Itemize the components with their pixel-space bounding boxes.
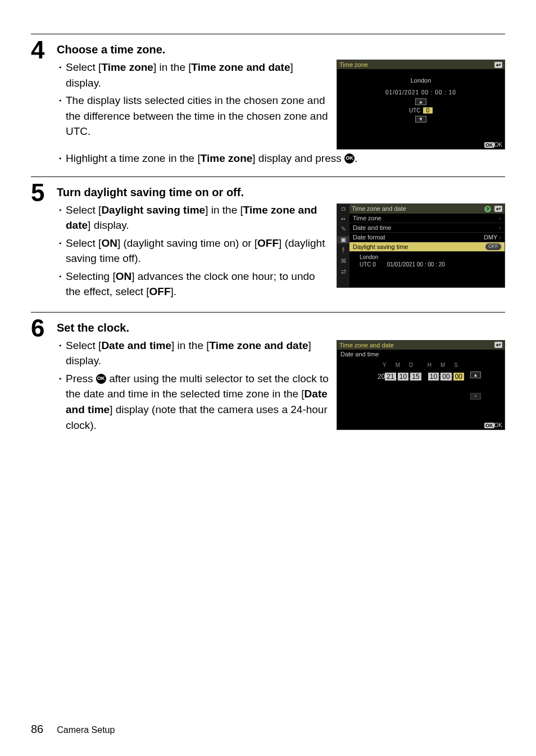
bullet: Select [Date and time] in the [Time zone… <box>57 338 329 369</box>
bullet: The display lists selected cities in the… <box>57 93 329 139</box>
footer-label: Camera Setup <box>57 725 115 735</box>
utc-value: 0 <box>423 107 433 114</box>
lcd-menu: ◘ ▪▪ ✎ ▣ 🕴 ⌘ ⇄ Time zone and date ? <box>337 203 505 288</box>
menu-info-datetime: UTC 001/01/2021 00 : 00 : 20 <box>349 261 505 270</box>
menu-info-city: London <box>349 252 505 261</box>
chevron-right-icon: › <box>499 234 501 241</box>
menu-row-date-format: Date formatDMY › <box>349 233 505 242</box>
bullet: Press OK after using the multi selector … <box>57 371 329 433</box>
step-4: 4 Choose a time zone. Select [Time zone]… <box>31 34 505 166</box>
bullet: Select [Time zone] in the [Time zone and… <box>57 60 329 90</box>
back-icon: ↩ <box>494 62 502 68</box>
ok-button-icon: OK <box>344 153 355 164</box>
chevron-right-icon: › <box>499 215 501 221</box>
arrow-up-icon: ▲ <box>415 98 427 105</box>
lcd-title: Time zone and date <box>339 342 394 348</box>
bullet: Selecting [ON] advances the clock one ho… <box>57 269 329 300</box>
step-number: 5 <box>31 180 57 205</box>
lcd-subtitle: Date and time <box>337 350 505 359</box>
lcd-datetime: 01/01/2021 00 : 00 : 10 <box>337 89 505 96</box>
ok-indicator: OKOK <box>484 142 502 148</box>
mymenu-icon: ⌘ <box>340 257 347 265</box>
field-labels: YMD HMS <box>337 362 505 368</box>
value-pill: OFF <box>485 243 501 250</box>
menu-row-time-zone: Time zone› <box>349 214 505 223</box>
step-heading: Choose a time zone. <box>57 43 505 56</box>
ok-indicator: OKOK <box>484 422 502 428</box>
camera-icon: ◘ <box>342 205 346 212</box>
menu-row-date-and-time: Date and time› <box>349 223 505 233</box>
pencil-icon: ✎ <box>341 225 346 233</box>
utc-label: UTC <box>409 107 421 114</box>
page-number: 86 <box>31 723 43 736</box>
bullet: Select [Daylight saving time] in the [Ti… <box>57 202 329 233</box>
page-footer: 86 Camera Setup <box>31 723 505 736</box>
lcd-city: London <box>337 77 505 84</box>
step-body: Set the clock. Select [Date and time] in… <box>57 316 505 435</box>
step-number: 4 <box>31 38 57 62</box>
retouch-icon: 🕴 <box>339 247 347 254</box>
lcd-time-zone: Time zone ↩ London 01/01/2021 00 : 00 : … <box>337 60 505 150</box>
step-body: Choose a time zone. Select [Time zone] i… <box>57 38 505 166</box>
menu-sidebar: ◘ ▪▪ ✎ ▣ 🕴 ⌘ ⇄ <box>337 204 349 287</box>
bullet: Highlight a time zone in the [Time zone]… <box>57 151 505 166</box>
help-icon: ? <box>484 206 491 212</box>
lcd-title: Time zone <box>339 61 368 68</box>
step-heading: Turn daylight saving time on or off. <box>57 186 505 199</box>
lcd-title: Time zone and date <box>352 205 406 212</box>
step-number: 6 <box>31 316 57 341</box>
arrow-down-icon: ▼ <box>470 393 481 400</box>
step-heading: Set the clock. <box>57 322 505 334</box>
arrow-down-icon: ▼ <box>415 116 427 123</box>
back-icon: ↩ <box>494 342 502 348</box>
recent-icon: ⇄ <box>341 268 346 275</box>
step-5: 5 Turn daylight saving time on or off. S… <box>31 176 505 302</box>
bullet: Select [ON] (daylight saving time on) or… <box>57 236 329 266</box>
ok-button-icon: OK <box>96 374 106 384</box>
playback-icon: ▣ <box>337 236 349 243</box>
back-icon: ↩ <box>494 206 502 212</box>
arrow-up-icon: ▲ <box>470 372 481 378</box>
menu-row-daylight-saving: Daylight saving timeOFF <box>349 242 505 252</box>
chevron-right-icon: › <box>499 224 501 231</box>
video-icon: ▪▪ <box>341 215 346 222</box>
step-body: Turn daylight saving time on or off. Sel… <box>57 180 505 302</box>
lcd-date-time: Time zone and date ↩ Date and time YMD H… <box>337 340 505 430</box>
step-6: 6 Set the clock. Select [Date and time] … <box>31 312 505 435</box>
